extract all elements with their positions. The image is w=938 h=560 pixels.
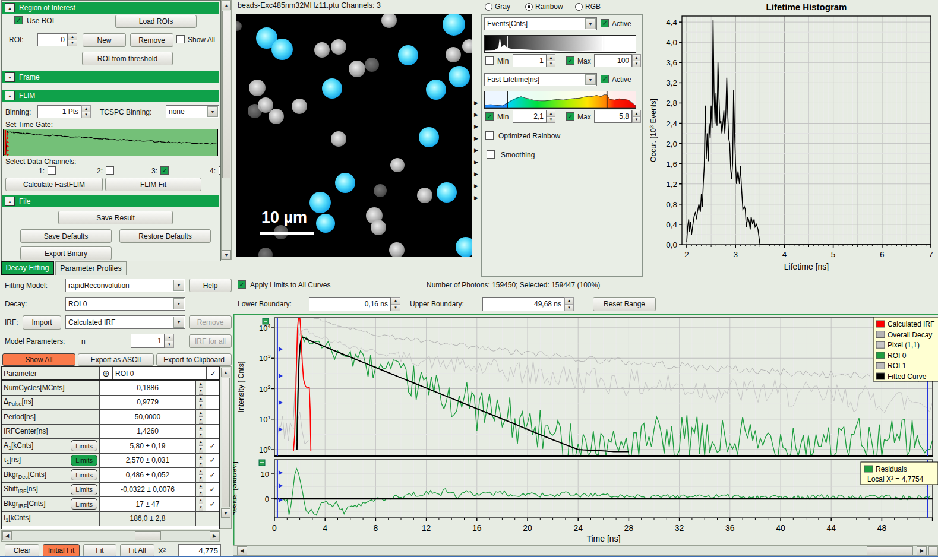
collapse-icon[interactable]: ▲ [5,197,15,206]
channel-checkbox-3[interactable]: ✓ [160,166,169,175]
events-histogram-bar[interactable] [484,35,636,53]
chevron-down-icon[interactable]: ▼ [585,74,596,85]
chevron-down-icon[interactable]: ▼ [173,317,184,328]
events-min-spinner[interactable]: ▲▼ [547,54,555,67]
channel-checkbox-2[interactable] [106,166,114,175]
limits-button[interactable]: Limits [71,440,97,451]
parameter-value[interactable]: 2,570 ± 0,031 [100,454,196,468]
time-gate-plot[interactable] [3,129,218,156]
scroll-thumb[interactable] [135,531,161,540]
lower-boundary-spinner[interactable]: ▲▼ [391,297,400,311]
lower-boundary-input[interactable]: 0,16 ns [309,297,391,311]
scroll-down-icon[interactable]: ▼ [222,250,231,260]
new-roi-button[interactable]: New [83,33,126,47]
load-rois-button[interactable]: Load ROIs [115,15,197,28]
scroll-left-icon[interactable]: ◀ [2,531,12,540]
parameter-value[interactable]: 5,80 ± 0,19 [100,439,196,453]
parameter-enabled-checkbox[interactable]: ✓ [206,454,219,468]
export-binary-button[interactable]: Export Binary [20,246,112,260]
chevron-down-icon[interactable]: ▼ [207,106,218,117]
limits-button[interactable]: Limits [71,469,97,480]
col-header-check[interactable]: ✓ [207,367,219,379]
irf-for-all-button[interactable]: IRF for all [189,334,232,348]
lifetime-max-input[interactable]: 5,8 [594,110,632,123]
scroll-thumb[interactable] [222,11,230,178]
show-all-checkbox[interactable] [176,35,185,43]
parameter-value[interactable]: 0,486 ± 0,052 [100,468,196,482]
parameter-enabled-checkbox[interactable] [206,381,219,395]
lifetime-min-input[interactable]: 2,1 [513,110,547,123]
lifetime-max-spinner[interactable]: ▲▼ [632,110,641,123]
settings-scrollbar[interactable]: ▲ ▼ [221,0,232,260]
tcspc-binning-select[interactable]: none▼ [166,105,219,118]
n-spinner[interactable]: ▲▼ [165,334,174,348]
collapse-icon[interactable]: ▲ [5,3,15,12]
reset-range-button[interactable]: Reset Range [593,297,656,311]
section-header-flim[interactable]: ▲ FLIM [2,90,219,102]
clear-button[interactable]: Clear [5,544,39,557]
parameter-value[interactable]: 17 ± 47 [100,497,196,511]
fitting-model-select[interactable]: rapidReconvolution▼ [65,279,185,292]
lifetime-max-checkbox[interactable]: ✓ [566,112,574,121]
smoothing-checkbox[interactable] [487,150,495,159]
chevron-down-icon[interactable]: ▼ [173,280,184,291]
parameter-enabled-checkbox[interactable]: ✓ [206,439,219,453]
right-arrow-icon[interactable]: ▶ [474,171,481,183]
scroll-left-icon[interactable]: ◀ [237,546,247,555]
parameter-value[interactable]: 1,4260 [100,425,196,439]
parameter-spinner[interactable]: ▲▼ [196,468,206,482]
n-input[interactable]: 1 [131,334,165,348]
parameter-table-scrollbar[interactable]: ▲ ▼ [220,366,232,529]
export-ascii-button[interactable]: Export as ASCII [78,353,154,366]
parameter-enabled-checkbox[interactable] [206,425,219,439]
parameter-enabled-checkbox[interactable] [206,410,219,424]
right-arrow-icon[interactable]: ▶ [474,135,481,147]
events-min-checkbox[interactable] [485,56,494,65]
parameter-enabled-checkbox[interactable]: ✓ [206,497,219,511]
help-button[interactable]: Help [189,279,232,292]
parameter-spinner[interactable]: ▲▼ [196,396,206,410]
decay-chart[interactable]: 1001011021031040100481216202428323640444… [233,314,938,545]
binning-spinner[interactable]: ▲▼ [81,105,91,118]
lifetime-active-checkbox[interactable]: ✓ [601,75,609,83]
tab-decay-fitting[interactable]: Decay Fitting [1,261,54,275]
globe-icon[interactable]: ⊕ [100,367,113,379]
collapse-icon[interactable]: ▲ [5,91,15,100]
radio-rainbow[interactable] [525,3,533,11]
section-header-roi[interactable]: ▲ Region of Interest [2,2,219,14]
parameter-spinner[interactable]: ▲▼ [196,381,206,395]
scroll-down-icon[interactable]: ▼ [221,508,230,518]
restore-defaults-button[interactable]: Restore Defaults [119,229,211,243]
roi-from-threshold-button[interactable]: ROI from threshold [82,52,173,65]
scroll-thumb[interactable] [222,378,230,507]
binning-input[interactable]: 1 Pts [37,105,81,118]
section-header-file[interactable]: ▲ File [2,195,219,207]
irf-select[interactable]: Calculated IRF▼ [65,315,185,329]
fit-all-button[interactable]: Fit All [120,544,154,557]
parameter-spinner[interactable]: ▲▼ [196,425,206,439]
parameter-spinner[interactable]: ▲▼ [196,410,206,424]
limits-button[interactable]: Limits [71,455,97,466]
roi-number-spinner[interactable]: ▲▼ [68,33,77,46]
events-channel-select[interactable]: Events[Cnts]▼ [484,17,597,30]
events-active-checkbox[interactable]: ✓ [601,19,609,27]
radio-gray[interactable] [485,3,492,11]
expand-icon[interactable]: ▼ [5,72,15,82]
tab-parameter-profiles[interactable]: Parameter Profiles [55,261,127,275]
decay-hscrollbar[interactable]: ◀ ▶ [233,545,938,556]
parameter-value[interactable]: -0,0322 ± 0,0076 [100,483,196,497]
right-arrow-icon[interactable]: ▶ [474,183,481,195]
scroll-right-icon[interactable]: ▶ [210,531,219,540]
irf-import-button[interactable]: Import [23,315,61,330]
radio-rgb[interactable] [575,3,583,11]
remove-roi-button[interactable]: Remove [130,33,173,47]
parameter-enabled-checkbox[interactable] [206,512,219,526]
right-arrow-icon[interactable]: ▶ [474,124,481,135]
roi-number-input[interactable]: 0 [37,33,68,46]
scroll-up-icon[interactable]: ▲ [222,1,231,10]
show-all-parameters-button[interactable]: Show All [2,353,75,366]
fit-button[interactable]: Fit [83,544,116,557]
parameter-enabled-checkbox[interactable]: ✓ [206,468,219,482]
lifetime-rainbow-bar[interactable] [484,91,636,109]
events-max-input[interactable]: 100 [594,54,632,67]
